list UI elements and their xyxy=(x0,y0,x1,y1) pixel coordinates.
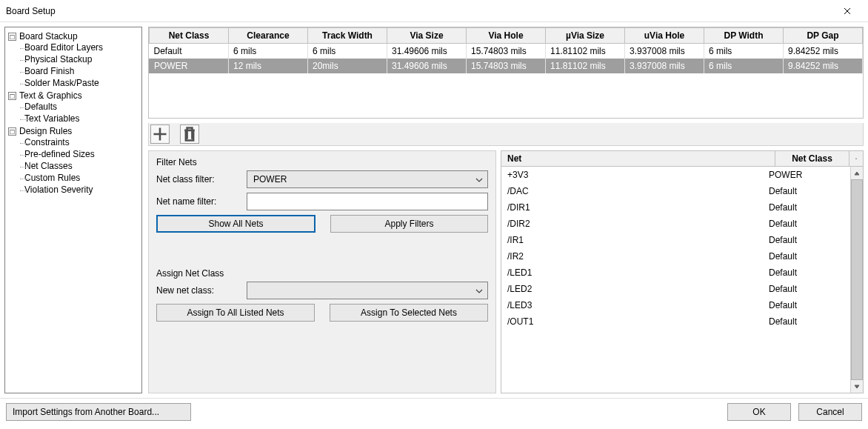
netclass-table: Net Class Clearance Track Width Via Size… xyxy=(148,27,864,119)
netclass-cell[interactable]: 6 mils xyxy=(308,44,387,59)
netclass-cell[interactable]: 6 mils xyxy=(704,59,784,73)
tree-item-solder-mask-paste[interactable]: Solder Mask/Paste xyxy=(21,77,141,89)
netclass-row[interactable]: Default6 mils6 mils31.49606 mils15.74803… xyxy=(150,44,863,59)
nets-col-net[interactable]: Net xyxy=(501,151,775,166)
tree-group-label: Text & Graphics xyxy=(19,90,82,101)
netclass-cell[interactable]: 31.49606 mils xyxy=(387,59,467,73)
apply-filters-button[interactable]: Apply Filters xyxy=(330,215,488,233)
tree-item-constraints[interactable]: Constraints xyxy=(21,136,141,148)
tree-item-custom-rules[interactable]: Custom Rules xyxy=(21,172,141,184)
netclass-cell[interactable]: 15.74803 mils xyxy=(467,59,546,73)
net-class-filter-combo[interactable]: POWER xyxy=(247,170,488,188)
chevron-down-icon xyxy=(475,285,483,296)
nav-tree: □Board Stackup Board Editor Layers Physi… xyxy=(5,30,141,196)
nets-table-body[interactable]: +3V3POWER/DACDefault/DIR1Default/DIR2Def… xyxy=(501,167,850,393)
tree-collapse-icon[interactable]: □ xyxy=(8,92,16,100)
tree-item-violation-severity[interactable]: Violation Severity xyxy=(21,184,141,196)
netclass-cell[interactable]: 11.81102 mils xyxy=(546,59,625,73)
tree-item-text-variables[interactable]: Text Variables xyxy=(21,113,141,124)
tree-item-defaults[interactable]: Defaults xyxy=(21,101,141,113)
nets-row[interactable]: /LED2Default xyxy=(501,281,850,297)
netclass-cell[interactable]: 6 mils xyxy=(704,44,784,59)
nets-row[interactable]: /DACDefault xyxy=(501,183,850,199)
scroll-down-icon[interactable] xyxy=(851,380,863,393)
tree-group-design-rules[interactable]: □Design Rules Constraints Pre-defined Si… xyxy=(5,125,141,196)
main-area: □Board Stackup Board Editor Layers Physi… xyxy=(0,22,868,398)
scroll-thumb[interactable] xyxy=(851,179,863,380)
delete-netclass-button[interactable] xyxy=(180,124,199,144)
tree-item-net-classes[interactable]: Net Classes xyxy=(21,160,141,172)
nets-cell-class: Default xyxy=(763,281,850,297)
nets-cell-net: +3V3 xyxy=(501,167,763,183)
col-netclass[interactable]: Net Class xyxy=(150,28,229,44)
netclass-row[interactable]: POWER12 mils20mils31.49606 mils15.74803 … xyxy=(150,59,863,73)
col-dp-width[interactable]: DP Width xyxy=(704,28,784,44)
assign-all-button[interactable]: Assign To All Listed Nets xyxy=(156,304,315,322)
tree-item-physical-stackup[interactable]: Physical Stackup xyxy=(21,53,141,65)
tree-item-board-finish[interactable]: Board Finish xyxy=(21,65,141,77)
net-name-filter-input[interactable] xyxy=(247,193,488,210)
nets-row[interactable]: /IR2Default xyxy=(501,248,850,265)
netclass-cell[interactable]: 9.84252 mils xyxy=(784,44,863,59)
col-uvia-hole[interactable]: uVia Hole xyxy=(625,28,704,44)
col-uvia-size[interactable]: µVia Size xyxy=(546,28,625,44)
netclass-cell[interactable]: 3.937008 mils xyxy=(625,59,704,73)
nets-row[interactable]: /DIR1Default xyxy=(501,199,850,216)
filter-nets-group: Filter Nets Net class filter: POWER Net … xyxy=(156,157,488,233)
plus-icon xyxy=(151,125,169,143)
show-all-nets-button[interactable]: Show All Nets xyxy=(156,215,316,233)
net-class-filter-label: Net class filter: xyxy=(156,174,239,184)
tree-group-text-graphics[interactable]: □Text & Graphics Defaults Text Variables xyxy=(5,90,141,125)
netclass-cell[interactable]: 11.81102 mils xyxy=(546,44,625,59)
content-pane: Net Class Clearance Track Width Via Size… xyxy=(148,27,864,393)
tree-item-board-editor-layers[interactable]: Board Editor Layers xyxy=(21,41,141,53)
window-close-button[interactable] xyxy=(832,1,862,21)
netclass-cell[interactable]: 12 mils xyxy=(229,59,308,73)
nets-cell-net: /DIR2 xyxy=(501,216,763,232)
netclass-cell[interactable]: Default xyxy=(150,44,229,59)
dialog-footer: Import Settings from Another Board... OK… xyxy=(0,398,868,425)
netclass-grid[interactable]: Net Class Clearance Track Width Via Size… xyxy=(149,27,863,73)
netclass-cell[interactable]: 20mils xyxy=(308,59,387,73)
netclass-cell[interactable]: 6 mils xyxy=(229,44,308,59)
nets-cell-net: /IR1 xyxy=(501,232,763,248)
netclass-cell[interactable]: 3.937008 mils xyxy=(625,44,704,59)
nets-row[interactable]: /LED1Default xyxy=(501,265,850,281)
nets-row[interactable]: /DIR2Default xyxy=(501,216,850,232)
tree-collapse-icon[interactable]: □ xyxy=(8,127,16,136)
nets-row[interactable]: /IR1Default xyxy=(501,232,850,248)
col-clearance[interactable]: Clearance xyxy=(229,28,308,44)
nets-sort-indicator[interactable] xyxy=(849,151,863,166)
nav-tree-pane: □Board Stackup Board Editor Layers Physi… xyxy=(4,27,142,393)
cancel-button[interactable]: Cancel xyxy=(798,403,862,421)
col-dp-gap[interactable]: DP Gap xyxy=(784,28,863,44)
tree-group-board-stackup[interactable]: □Board Stackup Board Editor Layers Physi… xyxy=(5,30,141,90)
netclass-cell[interactable]: 15.74803 mils xyxy=(467,44,546,59)
tree-collapse-icon[interactable]: □ xyxy=(8,33,16,41)
chevron-down-icon xyxy=(475,174,483,184)
new-net-class-combo[interactable] xyxy=(247,282,488,299)
assign-selected-button[interactable]: Assign To Selected Nets xyxy=(330,304,488,322)
add-netclass-button[interactable] xyxy=(150,124,170,144)
netclass-cell[interactable]: POWER xyxy=(150,59,229,73)
nets-row[interactable]: /OUT1Default xyxy=(501,313,850,330)
col-via-hole[interactable]: Via Hole xyxy=(467,28,546,44)
nets-cell-class: Default xyxy=(763,313,850,330)
scroll-up-icon[interactable] xyxy=(851,167,863,179)
nets-row[interactable]: +3V3POWER xyxy=(501,167,850,183)
sort-up-icon xyxy=(855,156,857,161)
nets-scrollbar[interactable] xyxy=(850,167,863,393)
col-track-width[interactable]: Track Width xyxy=(308,28,387,44)
bottom-split: Filter Nets Net class filter: POWER Net … xyxy=(148,150,864,393)
nets-col-class[interactable]: Net Class xyxy=(775,151,849,166)
netclass-cell[interactable]: 9.84252 mils xyxy=(784,59,863,73)
titlebar: Board Setup xyxy=(0,0,868,22)
nets-row[interactable]: /LED3Default xyxy=(501,297,850,313)
nets-cell-net: /DAC xyxy=(501,183,763,199)
col-via-size[interactable]: Via Size xyxy=(387,28,467,44)
import-settings-button[interactable]: Import Settings from Another Board... xyxy=(6,403,191,421)
netclass-toolbar xyxy=(148,123,864,146)
netclass-cell[interactable]: 31.49606 mils xyxy=(387,44,467,59)
ok-button[interactable]: OK xyxy=(727,403,791,421)
tree-item-predefined-sizes[interactable]: Pre-defined Sizes xyxy=(21,148,141,160)
